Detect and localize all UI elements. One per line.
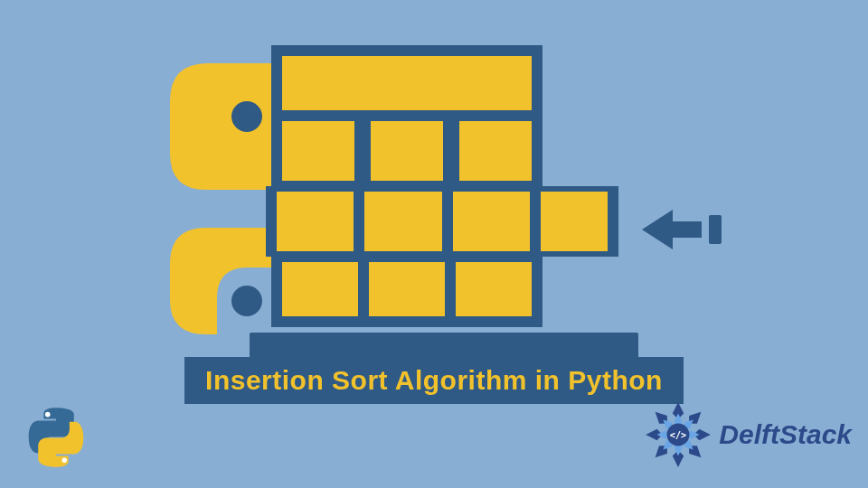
grid-cell bbox=[535, 186, 618, 257]
grid-cell bbox=[271, 257, 363, 327]
grid-stack-icon bbox=[271, 45, 579, 325]
grid-row bbox=[271, 116, 542, 186]
title-bar: Insertion Sort Algorithm in Python bbox=[184, 357, 684, 404]
svg-text:</>: </> bbox=[670, 430, 686, 440]
grid-cell bbox=[448, 186, 535, 257]
arrow-cap bbox=[709, 215, 722, 244]
grid-cell bbox=[448, 116, 542, 186]
svg-point-1 bbox=[61, 458, 67, 464]
delftstack-mandala-icon: </> bbox=[643, 399, 713, 470]
python-eye-dot bbox=[231, 101, 262, 132]
arrow-shaft bbox=[673, 221, 702, 238]
grid-row-extended bbox=[266, 186, 618, 257]
svg-point-0 bbox=[45, 412, 51, 418]
arrow-head bbox=[642, 210, 673, 249]
grid-cell bbox=[363, 257, 450, 327]
arrow-left-icon bbox=[642, 210, 723, 249]
grid-cell bbox=[450, 257, 542, 327]
thumbnail-canvas: Insertion Sort Algorithm in Python bbox=[0, 0, 868, 488]
grid-cell bbox=[359, 186, 447, 257]
grid-header bbox=[271, 45, 542, 116]
python-logo-icon bbox=[25, 407, 87, 468]
python-eye-dot bbox=[231, 286, 262, 316]
grid-cell bbox=[266, 186, 359, 257]
brand-name: DelftStack bbox=[719, 419, 852, 450]
page-title: Insertion Sort Algorithm in Python bbox=[205, 365, 663, 396]
brand: </> DelftStack bbox=[643, 399, 852, 470]
grid-cell bbox=[271, 116, 360, 186]
main-illustration bbox=[154, 45, 714, 380]
grid-cell bbox=[360, 116, 448, 186]
grid-row bbox=[271, 257, 542, 327]
